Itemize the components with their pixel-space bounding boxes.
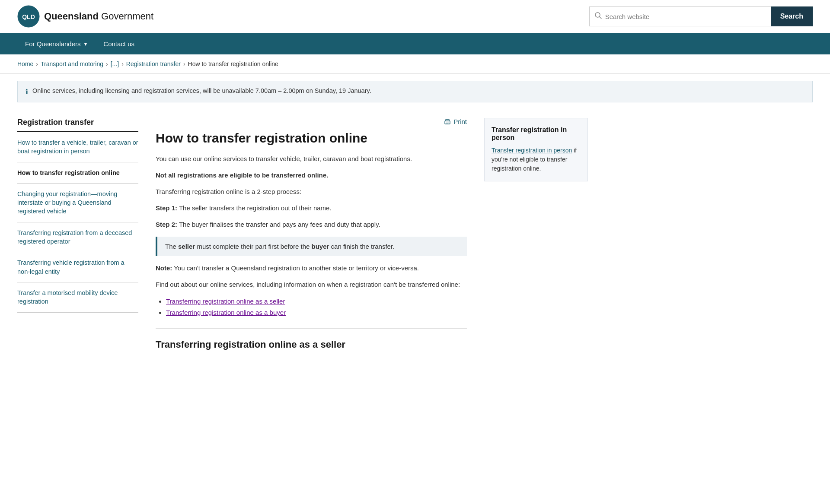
print-icon: [444, 118, 451, 125]
step1-text: Step 1: The seller transfers the registr…: [156, 203, 467, 213]
logo-area: QLD Queensland Government: [17, 5, 153, 28]
chevron-down-icon: ▼: [83, 41, 88, 47]
sidebar-item-mobility[interactable]: Transfer a motorised mobility device reg…: [17, 282, 138, 313]
breadcrumb-ellipsis[interactable]: [...]: [111, 60, 119, 67]
links-list: Transferring registration online as a se…: [166, 296, 467, 318]
find-out-text: Find out about our online services, incl…: [156, 279, 467, 290]
breadcrumb-sep-1: ›: [36, 60, 38, 67]
breadcrumb-current: How to transfer registration online: [188, 60, 278, 67]
sidebar-item-deceased[interactable]: Transferring registration from a decease…: [17, 222, 138, 253]
breadcrumb-transport[interactable]: Transport and motoring: [41, 60, 103, 67]
svg-text:QLD: QLD: [22, 13, 35, 20]
page-title: How to transfer registration online: [156, 130, 467, 146]
breadcrumb-sep-2: ›: [106, 60, 108, 67]
info-box-title: Transfer registration in person: [492, 126, 581, 142]
not-all-eligible-text: Not all registrations are eligible to be…: [156, 170, 467, 181]
sidebar-item-online[interactable]: How to transfer registration online: [17, 162, 138, 184]
main-content: Print How to transfer registration onlin…: [156, 118, 467, 356]
right-panel: Transfer registration in person Transfer…: [484, 118, 588, 356]
note-text: Note: You can't transfer a Queensland re…: [156, 263, 467, 273]
svg-rect-4: [445, 121, 450, 124]
breadcrumb: Home › Transport and motoring › [...] › …: [0, 54, 830, 74]
callout-seller: seller: [178, 243, 195, 250]
nav-bar: For Queenslanders ▼ Contact us: [0, 33, 830, 54]
info-box-text: Transfer registration in person if you'r…: [492, 146, 581, 173]
link-buyer[interactable]: Transferring registration online as a bu…: [166, 309, 286, 316]
svg-line-3: [599, 17, 601, 19]
callout-box: The seller must complete their part firs…: [156, 237, 467, 256]
list-item-seller: Transferring registration online as a se…: [166, 296, 467, 307]
alert-message: Online services, including licensing and…: [32, 87, 371, 94]
two-step-intro: Transferring registration online is a 2-…: [156, 187, 467, 197]
print-button[interactable]: Print: [444, 118, 467, 125]
breadcrumb-sep-3: ›: [121, 60, 124, 67]
sidebar-title: Registration transfer: [17, 118, 138, 132]
list-item-buyer: Transferring registration online as a bu…: [166, 307, 467, 318]
nav-item-for-queenslanders[interactable]: For Queenslanders ▼: [17, 33, 96, 54]
callout-buyer: buyer: [312, 243, 329, 250]
print-area: Print: [156, 118, 467, 125]
link-seller[interactable]: Transferring registration online as a se…: [166, 298, 285, 305]
search-icon: [595, 12, 602, 21]
sidebar: Registration transfer How to transfer a …: [17, 118, 138, 356]
sidebar-item-in-person[interactable]: How to transfer a vehicle, trailer, cara…: [17, 132, 138, 162]
callout-text-end: can finish the transfer.: [329, 243, 394, 250]
search-input-wrapper: [589, 6, 771, 26]
sidebar-item-non-legal[interactable]: Transferring vehicle registration from a…: [17, 252, 138, 282]
info-box-link[interactable]: Transfer registration in person: [492, 147, 572, 154]
alert-banner: ℹ Online services, including licensing a…: [17, 81, 813, 102]
breadcrumb-registration-transfer[interactable]: Registration transfer: [126, 60, 181, 67]
step2-text: Step 2: The buyer finalises the transfer…: [156, 219, 467, 230]
callout-text-mid: must complete their part first before th…: [195, 243, 311, 250]
search-input[interactable]: [605, 13, 766, 20]
nav-item-contact-us[interactable]: Contact us: [96, 33, 142, 54]
site-header: QLD Queensland Government Search: [0, 0, 830, 33]
info-icon: ℹ: [26, 88, 28, 96]
breadcrumb-sep-4: ›: [183, 60, 185, 67]
breadcrumb-home[interactable]: Home: [17, 60, 33, 67]
svg-rect-5: [446, 123, 449, 123]
svg-rect-6: [446, 124, 448, 124]
search-button[interactable]: Search: [771, 6, 813, 26]
sidebar-item-changing[interactable]: Changing your registration—moving inters…: [17, 184, 138, 222]
logo-text: Queensland Government: [44, 11, 153, 22]
qld-crest-icon: QLD: [17, 5, 40, 28]
section-divider: [156, 328, 467, 329]
intro-text: You can use our online services to trans…: [156, 154, 467, 164]
section-title-seller: Transferring registration online as a se…: [156, 339, 467, 350]
info-box: Transfer registration in person Transfer…: [484, 118, 588, 181]
callout-text-before: The: [165, 243, 178, 250]
main-container: Registration transfer How to transfer a …: [0, 109, 605, 374]
search-area: Search: [589, 6, 813, 26]
